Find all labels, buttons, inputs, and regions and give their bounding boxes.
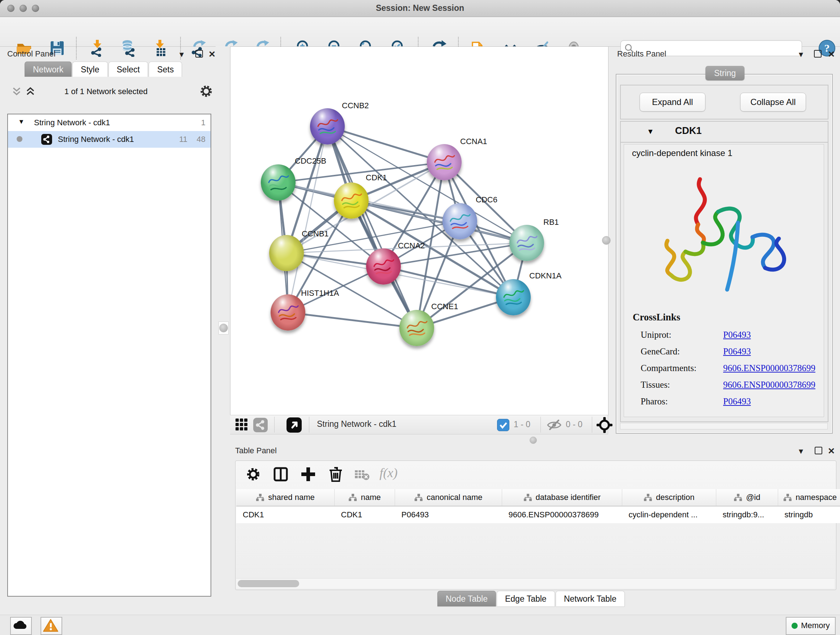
birds-eye-grid-icon[interactable] (235, 418, 249, 432)
delete-column-icon[interactable] (327, 466, 344, 483)
network-row-label: String Network - cdk1 (58, 135, 134, 144)
collapse-all-icon[interactable] (11, 87, 22, 97)
crosslink-link[interactable]: 9606.ENSP00000378699 (723, 363, 815, 373)
column-header-shared-name[interactable]: shared name (236, 489, 335, 506)
results-panel-float-icon[interactable] (814, 50, 821, 57)
tab-network-table[interactable]: Network Table (556, 591, 625, 606)
expand-all-icon[interactable] (25, 87, 36, 97)
edge-CCNB2-CCNA1[interactable] (327, 126, 444, 162)
tab-sets[interactable]: Sets (149, 62, 182, 77)
column-type-icon (783, 494, 792, 501)
collapse-triangle-icon[interactable]: ▼ (18, 118, 25, 126)
show-columns-icon[interactable] (272, 466, 289, 483)
node-CCNB2[interactable] (310, 108, 345, 144)
tab-edge-table[interactable]: Edge Table (497, 591, 555, 606)
crosslink-link[interactable]: P06493 (723, 330, 751, 340)
table-scrollbar-thumb[interactable] (238, 580, 299, 587)
string-view-icon[interactable] (253, 418, 268, 432)
network-canvas[interactable]: CCNB2CCNA1CDC25BCDK1CDC6RB1CCNB1CCNA2CDK… (230, 46, 608, 415)
table-panel-title: Table Panel (235, 446, 277, 455)
edge-CCNB2-HIST1H1A[interactable] (288, 126, 327, 312)
warning-button[interactable] (41, 617, 62, 635)
column-type-icon (734, 494, 742, 501)
node-table[interactable]: shared namenamecanonical namedatabase id… (236, 489, 840, 523)
table-cell[interactable]: cyclin-dependent ... (622, 506, 716, 523)
node-CDK1[interactable] (334, 182, 369, 219)
node-CCNB1[interactable] (269, 235, 304, 271)
table-scrollbar[interactable] (236, 578, 835, 589)
expand-all-button[interactable]: Expand All (639, 93, 706, 111)
node-CCNE1[interactable] (399, 310, 434, 346)
table-cell[interactable]: CDK1 (335, 506, 395, 523)
hidden-eye-slash-icon (546, 419, 562, 431)
node-label-CCNB2: CCNB2 (342, 101, 369, 111)
memory-label: Memory (801, 621, 829, 630)
table-panel-menu-icon[interactable]: ▾ (799, 447, 803, 455)
table-panel-float-icon[interactable] (815, 447, 822, 454)
column-header-@id[interactable]: @id (716, 489, 778, 506)
selected-checkbox-icon[interactable] (497, 419, 509, 431)
main-toolbar: ? (0, 17, 840, 47)
column-header-name[interactable]: name (335, 489, 395, 506)
crosslink-link[interactable]: P06493 (723, 396, 751, 407)
table-gear-icon[interactable] (245, 466, 262, 483)
tab-select[interactable]: Select (109, 62, 148, 77)
table-cell[interactable]: stringdb:9... (716, 506, 778, 523)
gene-section-header[interactable]: ▼ CDK1 (621, 122, 828, 143)
column-type-icon (414, 494, 423, 501)
results-panel-menu-icon[interactable]: ▾ (799, 50, 803, 59)
tab-string[interactable]: String (706, 66, 745, 80)
node-CDC25B[interactable] (261, 165, 295, 201)
results-panel-close-icon[interactable]: ✕ (828, 50, 835, 59)
cloud-icon (11, 618, 30, 633)
right-splitter-handle[interactable] (602, 236, 611, 245)
control-panel-float-icon[interactable] (195, 50, 203, 57)
node-CDC6[interactable] (442, 203, 477, 239)
node-CCNA2[interactable] (366, 249, 401, 285)
column-header-namespace[interactable]: namespace (778, 489, 840, 506)
tab-network[interactable]: Network (25, 62, 72, 77)
table-cell[interactable]: 9606.ENSP00000378699 (502, 506, 622, 523)
table-tabs: Node TableEdge TableNetwork Table (437, 591, 625, 606)
network-collection-row[interactable]: ▼ String Network - cdk1 1 (8, 114, 210, 131)
control-panel-tabs: NetworkStyleSelectSets (25, 62, 183, 77)
crosslink-link[interactable]: 9606.ENSP00000378699 (723, 380, 815, 390)
collapse-all-button[interactable]: Collapse All (740, 93, 806, 111)
open-in-window-icon[interactable] (286, 417, 302, 432)
table-panel-close-icon[interactable]: ✕ (828, 447, 835, 455)
crosslinks-title: CrossLinks (633, 312, 681, 323)
column-header-database-identifier[interactable]: database identifier (502, 489, 622, 506)
crosshair-icon[interactable] (596, 417, 613, 433)
column-header-description[interactable]: description (622, 489, 716, 506)
gear-icon[interactable] (200, 85, 213, 98)
edge-HIST1H1A-CCNE1[interactable] (288, 312, 417, 328)
control-panel-close-icon[interactable]: ✕ (208, 50, 216, 59)
node-RB1[interactable] (509, 225, 544, 261)
table-cell[interactable]: P06493 (395, 506, 502, 523)
add-column-icon[interactable] (300, 466, 317, 483)
crosslink-row: Pharos:P06493 (641, 396, 814, 407)
column-header-canonical-name[interactable]: canonical name (395, 489, 502, 506)
results-scrollbar[interactable] (620, 423, 828, 429)
node-HIST1H1A[interactable] (271, 295, 305, 331)
crosslink-link[interactable]: P06493 (723, 347, 751, 356)
tab-style[interactable]: Style (73, 62, 107, 77)
node-CDKN1A[interactable] (496, 279, 531, 315)
control-panel-menu-icon[interactable]: ▾ (180, 50, 184, 59)
table-cell[interactable]: stringdb (778, 506, 840, 523)
node-CCNA1[interactable] (427, 144, 462, 180)
table-row[interactable]: CDK1CDK1P064939606.ENSP00000378699cyclin… (236, 506, 840, 523)
tab-node-table[interactable]: Node Table (437, 591, 496, 606)
table-cell[interactable]: CDK1 (236, 506, 335, 523)
network-selected-status: 1 of 1 Network selected (46, 87, 166, 96)
fx-function-icon: f(x) (379, 465, 398, 480)
window-title: Session: New Session (0, 3, 840, 13)
horizontal-splitter-handle[interactable] (530, 437, 537, 444)
view-network-title: String Network - cdk1 (317, 419, 396, 429)
edge-CCNB2-CCNE1[interactable] (327, 126, 417, 328)
section-collapse-triangle-icon[interactable]: ▼ (647, 127, 654, 136)
memory-button[interactable]: Memory (786, 617, 836, 635)
splitter-collapse-handle[interactable] (218, 321, 229, 334)
network-row-selected[interactable]: String Network - cdk1 11 48 (8, 131, 210, 148)
cloud-button[interactable] (10, 617, 32, 635)
